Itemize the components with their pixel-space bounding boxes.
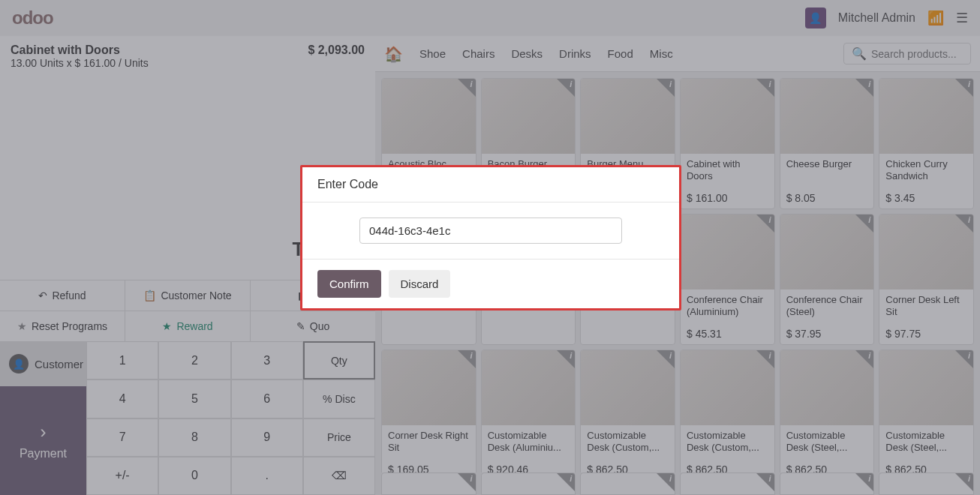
code-input[interactable] xyxy=(359,218,622,244)
discard-button[interactable]: Discard xyxy=(389,270,451,298)
enter-code-modal: Enter Code Confirm Discard xyxy=(300,165,681,310)
modal-title: Enter Code xyxy=(302,167,679,202)
confirm-button[interactable]: Confirm xyxy=(317,270,381,298)
modal-footer: Confirm Discard xyxy=(302,260,679,308)
modal-body xyxy=(302,202,679,260)
